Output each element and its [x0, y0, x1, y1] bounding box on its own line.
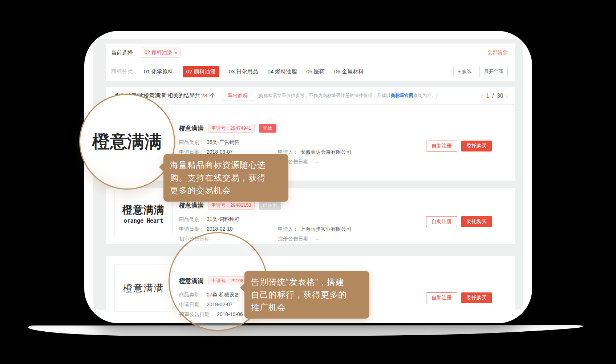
result-count: 28	[201, 92, 207, 98]
trademark-name: 橙意满满	[179, 124, 204, 133]
tag-close-icon[interactable]: ×	[174, 50, 177, 56]
disclaimer-text: (商标检索结果仅供参考，不作为商标能否注册的法律依据；具体以商标局官网查询为准。…	[258, 93, 438, 99]
category-item-05[interactable]: 05 医药	[306, 68, 325, 75]
application-number-tag: 申请号：29482153	[208, 201, 255, 210]
category-item-02-selected[interactable]: 02 颜料油漆	[183, 66, 219, 77]
trademark-name: 橙意满满	[179, 277, 204, 285]
field: 申请日期：2018-02-10	[179, 226, 278, 232]
entrust-buy-button[interactable]: 委托购买	[461, 292, 492, 303]
self-register-button[interactable]: 自助注册	[426, 141, 457, 151]
result-count-unit: 个	[210, 92, 215, 98]
field: 注册公告日期：–	[278, 158, 351, 165]
results-header: 为您检索到“橙意满满”相关的结果共28 个 导出商标 (商标检索结果仅供参考，不…	[106, 87, 515, 105]
category-item-04[interactable]: 04 燃料油脂	[268, 68, 297, 75]
magnified-trademark-text: 橙意满满	[92, 130, 162, 153]
category-item-06[interactable]: 06 金属材料	[334, 68, 364, 75]
current-selection-label: 当前选择	[111, 49, 133, 56]
total-pages: 30	[497, 93, 503, 99]
entrust-buy-button[interactable]: 委托购买	[461, 216, 492, 227]
trademark-image: 橙意满满	[114, 264, 173, 312]
next-page-icon[interactable]: ›	[506, 93, 508, 99]
selected-filter-tag[interactable]: 02 颜料油漆 ×	[141, 48, 181, 58]
pagination: ‹ 1 / 30 ›	[474, 87, 515, 105]
field: 注册公告日期：–	[278, 235, 351, 242]
canvas: 当前选择 02 颜料油漆 × 全部清除 商标分类 01 化学原料 02 颜料油漆…	[0, 0, 616, 364]
self-register-button[interactable]: 自助注册	[426, 292, 457, 303]
current-selection-row: 当前选择 02 颜料油漆 × 全部清除	[106, 44, 515, 62]
current-page: 1	[486, 93, 489, 99]
field: 商品类别：31类-饲料种籽	[179, 216, 278, 223]
self-register-button[interactable]: 自助注册	[426, 216, 457, 227]
application-number-tag: 申请号：29474941	[208, 124, 255, 133]
category-row: 商标分类 01 化学原料 02 颜料油漆 03 日化用品 04 燃料油脂 05 …	[106, 62, 515, 81]
field: 商品类别：35类-广告销售	[179, 139, 278, 146]
tooltip-promotion: 告别传统“发表格”，搭建 自己的标行，获得更多的 推广机会	[244, 271, 369, 319]
filter-panel: 当前选择 02 颜料油漆 × 全部清除 商标分类 01 化学原料 02 颜料油漆…	[106, 44, 515, 81]
category-item-03[interactable]: 03 日化用品	[229, 68, 258, 75]
expand-all-button[interactable]: 展开全部	[479, 66, 508, 77]
prev-page-icon[interactable]: ‹	[481, 93, 483, 99]
magnifier-circle-1: 橙意满满	[79, 94, 175, 190]
category-label: 商标分类	[111, 68, 133, 75]
field: 申请人：上海雨步实业有限公司	[278, 226, 351, 232]
category-item-01[interactable]: 01 化学原料	[144, 68, 173, 75]
field: 申请人：安徽美达会展有限公司	[278, 149, 351, 155]
status-badge: 已注册	[259, 201, 281, 210]
filter-buttons: + 多选 展开全部	[453, 66, 508, 77]
trademark-office-link[interactable]: 商标局官网	[391, 93, 414, 98]
export-trademark-button[interactable]: 导出商标	[223, 91, 253, 101]
tooltip-marketplace: 海量精品商标资源随心选 购。支持在线交易，获得 更多的交易机会	[163, 154, 288, 202]
selected-filter-tag-text: 02 颜料油漆	[145, 49, 172, 56]
trademark-name: 橙意满满	[179, 201, 204, 210]
status-badge: 无效	[259, 124, 276, 133]
entrust-buy-button[interactable]: 委托购买	[461, 141, 492, 151]
multi-select-button[interactable]: + 多选	[453, 66, 476, 77]
clear-all-button[interactable]: 全部清除	[487, 49, 508, 56]
category-list: 01 化学原料 02 颜料油漆 03 日化用品 04 燃料油脂 05 医药 06…	[144, 66, 364, 77]
